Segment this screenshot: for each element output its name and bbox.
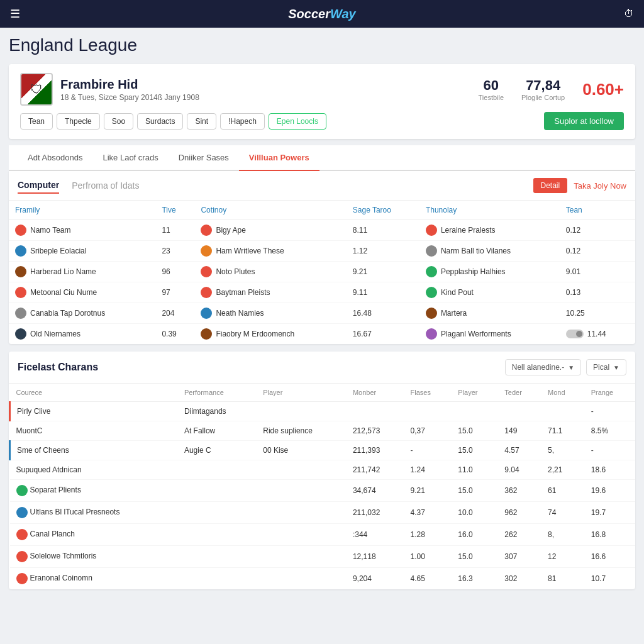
list-item: Pirly CliveDiimtagands- <box>10 402 636 421</box>
col-sage: Sage Taroo <box>347 201 419 220</box>
table-row: Canabia Tap Dorotnus204Neath Namies16.48… <box>9 303 635 324</box>
team-nav: Tean Thpecle Soo Surdacts Sint !Hapech E… <box>20 112 624 130</box>
follow-button[interactable]: Suplor at locllow <box>544 112 624 130</box>
tab-dniiker[interactable]: Dniiker Sases <box>169 145 239 171</box>
team-crest: 🛡 <box>20 73 53 106</box>
take-link[interactable]: Taka Joly Now <box>574 181 626 191</box>
team-name: Frambire Hid <box>60 77 471 92</box>
ficelast-section: Ficelast Charans Nell alanedine.- ▼ Pica… <box>9 352 635 589</box>
sub-tabs: Computer Perfroma of Idats Detail Taka J… <box>9 171 635 201</box>
content-panel: Computer Perfroma of Idats Detail Taka J… <box>9 171 635 344</box>
team-stats: 60 Tiestbile 77,84 Ploglie Cortup 0.60+ <box>479 77 624 101</box>
sub-tab-actions: Detail Taka Joly Now <box>533 178 627 193</box>
tab-like[interactable]: Like Laof crads <box>92 145 168 171</box>
team-info: Frambire Hid 18 & Tues, Sizce Spary 2014… <box>60 77 471 102</box>
list-item: Sme of CheensAugie C00 Kise211,393-15.04… <box>10 441 636 460</box>
list-item: Supuqued Atdnican211,7421.2411.09.042,21… <box>10 460 636 480</box>
nav-btn-surdacts[interactable]: Surdacts <box>137 113 183 130</box>
clock-icon: ⏱ <box>624 8 634 19</box>
stat-ploglie-value: 77,84 <box>521 77 565 94</box>
nav-btn-epen[interactable]: Epen Loocls <box>269 113 326 130</box>
menu-icon[interactable]: ☰ <box>10 7 20 21</box>
stat-highlight-value: 0.60+ <box>582 80 624 99</box>
detail-button[interactable]: Detail <box>533 178 568 193</box>
section-tabs: Adt Absodonds Like Laof crads Dniiker Sa… <box>9 145 635 171</box>
list-item: Soparat Plients34,6749.2115.03626119.6 <box>10 480 636 502</box>
list-item: Eranonal Coinomn9,2044.6516.33028110.7 <box>10 568 636 590</box>
dropdown-nell[interactable]: Nell alanedine.- ▼ <box>505 359 581 375</box>
table-row: Sribeple Eolacial23Ham Writleve These1.1… <box>9 241 635 262</box>
dropdown-pical[interactable]: Pical ▼ <box>586 359 626 375</box>
col-tive: Tive <box>155 201 194 220</box>
table-row: Harberad Lio Name96Noto Plutes9.21Peppla… <box>9 262 635 282</box>
list-item: MuontCAt FallowRide suplience212,5730,37… <box>10 421 636 441</box>
page-title: England League <box>9 35 635 55</box>
table-row: Namo Team11Bigy Ape8.11Leraine Pralests0… <box>9 220 635 241</box>
team-card: 🛡 Frambire Hid 18 & Tues, Sizce Spary 20… <box>9 64 635 139</box>
ficelast-title: Ficelast Charans <box>18 362 500 373</box>
nav-btn-tean[interactable]: Tean <box>20 113 53 130</box>
subtab-perfroma[interactable]: Perfroma of Idats <box>72 178 139 193</box>
list-item: Solelowe Tchmtloris12,1181.0015.03071216… <box>10 546 636 568</box>
nav-btn-hapech[interactable]: !Hapech <box>220 113 265 130</box>
tab-villluan[interactable]: Villluan Powers <box>239 145 319 171</box>
table-row: Old Niernames0.39Fiaobry M Erdoomench16.… <box>9 324 635 345</box>
stat-ploglie: 77,84 Ploglie Cortup <box>521 77 565 101</box>
col-framily: Framily <box>9 201 155 220</box>
col-thunolay: Thunolay <box>419 201 560 220</box>
stat-ploglie-label: Ploglie Cortup <box>521 94 565 101</box>
team-subtitle: 18 & Tues, Sizce Spary 2014ß Jany 1908 <box>60 93 471 102</box>
table-row: Metoonal Ciu Nume97Baytman Pleists9.11Ki… <box>9 282 635 303</box>
col-cotinoy: Cotinoy <box>194 201 346 220</box>
nav-btn-sint[interactable]: Sint <box>187 113 216 130</box>
nav-btn-thpecle[interactable]: Thpecle <box>57 113 100 130</box>
page-content: England League 🛡 Frambire Hid 18 & Tues,… <box>0 28 644 644</box>
transfers-table: CourecePerformancePlayerMonberFlasesPlay… <box>9 384 635 589</box>
nav-btn-soo[interactable]: Soo <box>104 113 133 130</box>
stat-tiestbile-label: Tiestbile <box>479 94 504 101</box>
stat-tiestbile-value: 60 <box>479 77 504 94</box>
list-item: Canal Planch:3441.2816.02628,16.8 <box>10 524 636 546</box>
stat-tiestbile: 60 Tiestbile <box>479 77 504 101</box>
tab-adt[interactable]: Adt Absodonds <box>18 145 92 171</box>
stats-table: Framily Tive Cotinoy Sage Taroo Thunolay… <box>9 201 635 344</box>
list-item: Ultlans Bl lTucal Presneots211,0324.3710… <box>10 502 636 524</box>
col-tean: Tean <box>560 201 635 220</box>
header: ☰ SoccerWay ⏱ <box>0 0 644 28</box>
site-logo: SoccerWay <box>288 7 355 21</box>
ficelast-header: Ficelast Charans Nell alanedine.- ▼ Pica… <box>9 352 635 384</box>
subtab-computer[interactable]: Computer <box>18 177 59 194</box>
